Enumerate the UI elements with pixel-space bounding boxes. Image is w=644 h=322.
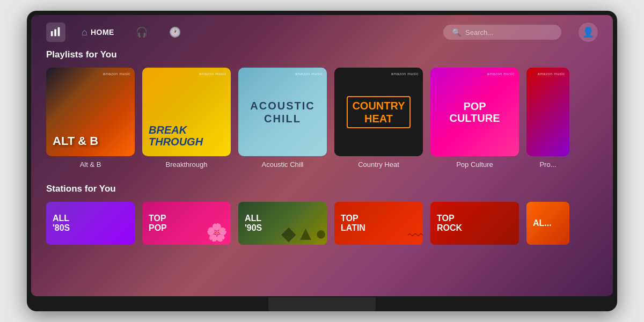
playlist-thumb-pro: amazon music (526, 68, 569, 156)
playlist-thumb-popculture: amazon music POPCULTURE (430, 68, 519, 156)
toprock-label: TOPROCK (437, 214, 462, 232)
tv-screen: ⌂ HOME 🎧 🕐 🔍 👤 Playlis (31, 15, 613, 296)
station-all90s[interactable]: ALL'90S ◆▲● (238, 202, 327, 245)
search-bar[interactable]: 🔍 (443, 25, 561, 40)
all80s-label: ALL'80S (53, 214, 70, 232)
headphones-icon: 🎧 (136, 26, 148, 38)
amazon-badge-5: amazon music (487, 72, 515, 76)
playlist-card-acoustic[interactable]: amazon music ACOUSTICCHILL Acoustic Chil… (238, 68, 327, 169)
search-input[interactable] (465, 28, 553, 36)
station-toplatin[interactable]: TOPLATIN 〰 (334, 202, 423, 245)
amazon-badge-6: amazon music (538, 72, 565, 76)
toppop-label: TOPPOP (149, 214, 167, 232)
popculture-card-text: POPCULTURE (449, 100, 500, 124)
all90s-label: ALL'90S (245, 214, 262, 232)
stations-row: ALL'80S TOPPOP 🌸 ALL'90S ◆▲● TOPLATIN 〰 (46, 202, 598, 245)
amazon-badge: amazon music (103, 72, 130, 76)
logo-icon[interactable] (46, 23, 65, 42)
stations-title: Stations for You (46, 184, 598, 194)
tv-frame: ⌂ HOME 🎧 🕐 🔍 👤 Playlis (27, 11, 617, 311)
svg-rect-1 (54, 30, 56, 36)
bars-chart-icon (50, 26, 62, 38)
acoustic-card-text: ACOUSTICCHILL (250, 99, 314, 125)
acoustic-label: Acoustic Chill (238, 160, 327, 169)
playlist-card-breakthrough[interactable]: amazon music Breakthrough Breakthrough (142, 68, 231, 169)
nav-home[interactable]: ⌂ HOME (76, 24, 120, 41)
station-all80s[interactable]: ALL'80S (46, 202, 135, 245)
altb-label: Alt & B (46, 160, 135, 169)
nav-headphones[interactable]: 🎧 (130, 23, 153, 41)
popculture-label: Pop Culture (430, 160, 519, 169)
country-card-text: COUNTRYHEAT (347, 96, 410, 128)
search-icon: 🔍 (452, 28, 461, 36)
amazon-badge-3: amazon music (295, 72, 323, 76)
svg-rect-2 (58, 27, 60, 36)
user-icon[interactable]: 👤 (579, 23, 598, 42)
playlist-thumb-acoustic: amazon music ACOUSTICCHILL (238, 68, 327, 156)
history-icon: 🕐 (169, 26, 181, 38)
allz-label: AL... (533, 218, 552, 228)
playlist-thumb-altb: amazon music ALT & B (46, 68, 135, 156)
playlist-thumb-country: amazon music COUNTRYHEAT (334, 68, 423, 156)
amazon-badge-2: amazon music (199, 72, 226, 76)
playlist-card-partial[interactable]: amazon music Pro... (526, 68, 569, 169)
altb-card-text: ALT & B (53, 135, 98, 148)
user-avatar-icon: 👤 (582, 26, 594, 38)
90s-shapes: ◆▲● (281, 222, 327, 245)
latin-wave: 〰 (408, 227, 423, 245)
breakthrough-card-text: Breakthrough (149, 124, 203, 148)
nav-bar: ⌂ HOME 🎧 🕐 🔍 👤 (31, 15, 613, 49)
playlist-card-altb[interactable]: amazon music ALT & B Alt & B (46, 68, 135, 169)
playlist-card-popculture[interactable]: amazon music POPCULTURE Pop Culture (430, 68, 519, 169)
station-partial[interactable]: AL... (526, 202, 569, 245)
station-toppop[interactable]: TOPPOP 🌸 (142, 202, 231, 245)
playlist-card-country[interactable]: amazon music COUNTRYHEAT Country Heat (334, 68, 423, 169)
home-icon: ⌂ (82, 27, 87, 38)
playlist-thumb-breakthrough: amazon music Breakthrough (142, 68, 231, 156)
content-area: Playlists for You amazon music ALT & B A… (31, 49, 613, 245)
flower-decoration: 🌸 (206, 222, 228, 243)
pro-label: Pro... (526, 160, 569, 169)
amazon-badge-4: amazon music (391, 72, 419, 76)
playlists-row: amazon music ALT & B Alt & B amazon musi… (46, 68, 598, 169)
nav-history[interactable]: 🕐 (164, 23, 186, 41)
nav-home-label: HOME (91, 28, 114, 36)
country-label: Country Heat (334, 160, 423, 169)
playlists-title: Playlists for You (46, 49, 598, 60)
tv-stand (268, 297, 376, 311)
station-toprock[interactable]: TOPROCK (430, 202, 519, 245)
svg-rect-0 (51, 31, 53, 36)
breakthrough-label: Breakthrough (142, 160, 231, 169)
toplatin-label: TOPLATIN (341, 214, 365, 232)
